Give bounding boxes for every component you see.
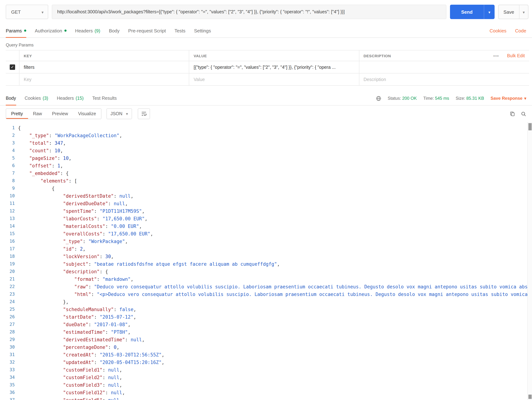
scrollbar-corner[interactable] (528, 395, 532, 399)
status-label: Status: (388, 96, 401, 101)
param-key-input[interactable]: Key (19, 73, 189, 86)
tab-params[interactable]: Params (6, 24, 26, 38)
save-options-button[interactable] (519, 5, 528, 19)
url-input[interactable]: http://localhost:3000/api/v3/work_packag… (52, 5, 446, 19)
line-number: 20 (0, 268, 15, 275)
tab-prerequest-script[interactable]: Pre-request Script (128, 24, 166, 38)
method-label: GET (11, 9, 21, 15)
url-text: http://localhost:3000/api/v3/work_packag… (57, 9, 345, 14)
tab-body[interactable]: Body (109, 24, 120, 38)
param-value-input[interactable]: Value (189, 73, 359, 86)
line-number: 11 (0, 200, 15, 207)
tab-settings[interactable]: Settings (194, 24, 211, 38)
response-tab-headers[interactable]: Headers (15) (57, 91, 84, 105)
tab-tests[interactable]: Tests (174, 24, 185, 38)
copy-response-button[interactable] (510, 111, 515, 116)
param-checkbox-cell (6, 61, 19, 73)
params-table: KEY VALUE DESCRIPTION Bulk Edit filters … (6, 50, 529, 86)
checked-checkbox[interactable] (10, 65, 15, 70)
send-button[interactable]: Send (450, 5, 484, 19)
param-key-cell[interactable]: filters (19, 61, 189, 73)
response-tab-body[interactable]: Body (6, 91, 16, 105)
more-actions-icon[interactable] (493, 53, 499, 58)
cookies-link[interactable]: Cookies (490, 24, 507, 38)
code-line: "description": { (18, 268, 526, 275)
param-description-input[interactable]: Description (359, 73, 529, 86)
code-line: "materialCosts": "0.00 EUR", (18, 222, 526, 230)
code-line: "spentTime": "P1DT11H17M59S", (18, 207, 526, 215)
spacer (220, 24, 481, 38)
code-line: "_type": "WorkPackage", (18, 238, 526, 245)
line-number: 8 (0, 177, 15, 185)
line-number: 32 (0, 359, 15, 366)
size-item: Size:85.31 KB (456, 96, 484, 101)
view-preview[interactable]: Preview (47, 109, 73, 119)
size-value: 85.31 KB (466, 96, 484, 101)
code-line: "customField3": null, (18, 381, 526, 389)
code-link[interactable]: Code (515, 24, 526, 38)
tab-label: Cookies (25, 96, 41, 101)
param-description-cell[interactable] (359, 61, 529, 73)
code-line: "html": "<p>Deduco vero consequatur atto… (18, 290, 526, 298)
send-split-button: Send (450, 5, 494, 19)
scrollbar-thumb[interactable] (528, 123, 532, 130)
param-value-cell[interactable]: [{"type": { "operator": "=", "values": [… (189, 61, 359, 73)
description-label: DESCRIPTION (363, 53, 391, 58)
method-select[interactable]: GET (6, 5, 48, 19)
save-button[interactable]: Save (498, 5, 519, 19)
code-line: "subject": "beatae ratiodsfdsfne atque e… (18, 260, 526, 268)
query-params-label: Query Params (0, 38, 532, 50)
line-number: 5 (0, 155, 15, 162)
code-line: "count": 10, (18, 147, 526, 155)
tab-label: Authorization (35, 28, 62, 33)
screenshot-stage: GET http://localhost:3000/api/v3/work_pa… (0, 0, 532, 400)
send-options-button[interactable] (484, 5, 494, 19)
copy-icon (510, 111, 515, 116)
wrap-lines-button[interactable] (138, 108, 150, 119)
line-number: 9 (0, 185, 15, 192)
line-number: 33 (0, 366, 15, 374)
wrap-lines-icon (141, 111, 147, 117)
tab-label: Headers (75, 28, 93, 33)
view-pretty[interactable]: Pretty (6, 109, 28, 119)
line-numbers: 1234567891011121314151617181920212223242… (0, 124, 18, 400)
code-line: "customField2": null, (18, 374, 526, 381)
network-globe-icon[interactable] (376, 96, 381, 101)
request-bar: GET http://localhost:3000/api/v3/work_pa… (0, 0, 532, 24)
response-body-viewer: 1234567891011121314151617181920212223242… (0, 122, 532, 400)
tab-label: Tests (174, 28, 185, 33)
tab-authorization[interactable]: Authorization (35, 24, 67, 38)
code-line: "createdAt": "2015-03-20T12:56:55Z", (18, 351, 526, 359)
line-number: 7 (0, 170, 15, 177)
toolbar-right (510, 111, 526, 116)
save-response-button[interactable]: Save Response (491, 96, 526, 101)
code-line: "derivedEstimatedTime": null, (18, 336, 526, 343)
bulk-edit-link[interactable]: Bulk Edit (507, 53, 525, 58)
search-response-button[interactable] (521, 111, 526, 116)
vertical-scrollbar[interactable] (527, 122, 532, 400)
code-line: "customField12": null, (18, 389, 526, 396)
time-label: Time: (423, 96, 434, 101)
line-number: 35 (0, 381, 15, 389)
code-line: "scheduleManually": false, (18, 306, 526, 313)
key-column-header: KEY (19, 50, 189, 61)
line-number: 2 (0, 132, 15, 139)
format-select[interactable]: JSON (107, 108, 132, 119)
tab-headers[interactable]: Headers (9) (75, 24, 100, 38)
response-meta: Status:200 OK Time:545 ms Size:85.31 KB … (376, 91, 526, 105)
view-raw[interactable]: Raw (28, 109, 47, 119)
chevron-down-icon (42, 9, 44, 15)
tab-label: Body (109, 28, 120, 33)
code-line: "customField1": null, (18, 366, 526, 374)
line-number: 16 (0, 238, 15, 245)
line-number: 21 (0, 275, 15, 283)
line-number: 27 (0, 321, 15, 328)
line-number: 19 (0, 260, 15, 268)
line-number: 14 (0, 222, 15, 230)
response-tab-cookies[interactable]: Cookies (3) (25, 91, 48, 105)
view-visualize[interactable]: Visualize (73, 109, 101, 119)
code-line: "updatedAt": "2020-05-04T15:20:16Z", (18, 359, 526, 366)
tab-label: Settings (194, 28, 211, 33)
response-tab-test-results[interactable]: Test Results (92, 91, 117, 105)
line-number: 22 (0, 283, 15, 290)
